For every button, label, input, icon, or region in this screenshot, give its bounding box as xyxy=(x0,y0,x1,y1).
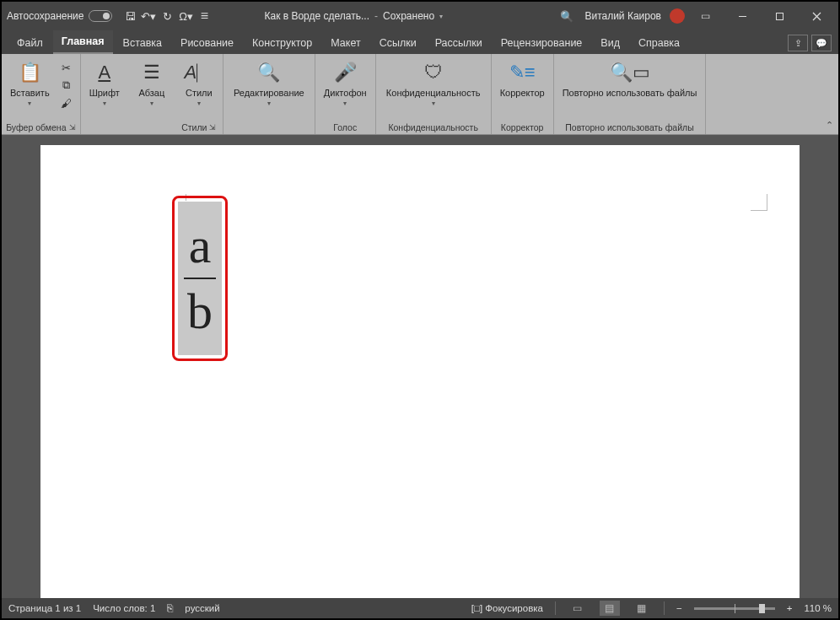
tab-home[interactable]: Главная xyxy=(53,30,113,54)
editor-button[interactable]: ✎≡ Корректор xyxy=(495,57,550,121)
avatar[interactable] xyxy=(670,8,685,24)
fraction-bar xyxy=(184,278,216,279)
zoom-slider[interactable] xyxy=(694,607,775,610)
fraction-denominator[interactable]: b xyxy=(187,286,213,337)
autosave-label: Автосохранение xyxy=(7,10,83,22)
mic-icon: 🎤 xyxy=(334,59,357,86)
group-editing: 🔍 Редактирование ▾ xyxy=(223,54,315,134)
minimize-button[interactable] xyxy=(725,4,759,28)
collapse-ribbon-icon[interactable]: ⌃ xyxy=(820,54,838,134)
search-icon[interactable]: 🔍 xyxy=(557,7,576,25)
tab-review[interactable]: Рецензирование xyxy=(493,32,591,54)
shield-icon: 🛡 xyxy=(424,59,443,86)
tab-references[interactable]: Ссылки xyxy=(371,32,425,54)
maximize-button[interactable] xyxy=(762,4,796,28)
find-icon: 🔍 xyxy=(257,59,280,86)
tab-view[interactable]: Вид xyxy=(592,32,628,54)
font-icon: A xyxy=(98,59,110,86)
editing-button[interactable]: 🔍 Редактирование ▾ xyxy=(227,57,311,121)
styles-button[interactable]: A⎸ Стили ▾ xyxy=(179,57,219,121)
copy-icon[interactable]: ⧉ xyxy=(58,77,75,94)
spellcheck-icon[interactable]: ⎘ xyxy=(167,603,173,613)
reuse-files-button[interactable]: 🔍▭ Повторно использовать файлы xyxy=(557,57,703,121)
read-mode-icon[interactable]: ▭ xyxy=(568,601,588,616)
close-button[interactable] xyxy=(800,4,833,28)
symbol-icon[interactable]: Ω▾ xyxy=(176,7,195,25)
web-layout-icon[interactable]: ▦ xyxy=(632,601,652,616)
statusbar: Страница 1 из 1 Число слов: 1 ⎘ русский … xyxy=(2,598,838,618)
zoom-in-button[interactable]: + xyxy=(787,603,793,613)
clipboard-icon: 📋 xyxy=(19,59,41,86)
zoom-out-button[interactable]: − xyxy=(676,603,682,613)
zoom-level[interactable]: 110 % xyxy=(804,603,832,613)
tab-design[interactable]: Конструктор xyxy=(244,32,320,54)
group-editor: ✎≡ Корректор Корректор xyxy=(492,54,554,134)
comments-button[interactable]: 💬 xyxy=(811,35,832,51)
user-name[interactable]: Виталий Каиров xyxy=(584,10,661,22)
saved-status[interactable]: Сохранено xyxy=(383,10,434,22)
group-styles: A⎸ Стили ▾ Стили⇲ xyxy=(175,54,223,134)
group-font: A Шрифт ▾ xyxy=(81,54,128,134)
format-painter-icon[interactable]: 🖌 xyxy=(58,94,75,111)
fraction-numerator[interactable]: a xyxy=(189,220,212,271)
dictate-button[interactable]: 🎤 Диктофон ▾ xyxy=(319,57,372,121)
group-reuse: 🔍▭ Повторно использовать файлы Повторно … xyxy=(554,54,707,134)
undo-icon[interactable]: ↶▾ xyxy=(139,7,158,25)
equation-highlight: a b xyxy=(172,196,228,361)
dialog-launcher-icon[interactable]: ⇲ xyxy=(209,123,216,132)
styles-icon: A⎸ xyxy=(185,59,214,86)
sensitivity-button[interactable]: 🛡 Конфиденциальность ▾ xyxy=(380,57,487,121)
language[interactable]: русский xyxy=(185,603,219,613)
page-number[interactable]: Страница 1 из 1 xyxy=(8,603,81,613)
group-paragraph: ☰ Абзац ▾ xyxy=(128,54,175,134)
group-clipboard: 📋 Вставить ▾ ✂ ⧉ 🖌 Буфер обмена⇲ xyxy=(2,54,81,134)
svg-rect-1 xyxy=(776,13,783,19)
word-count[interactable]: Число слов: 1 xyxy=(93,603,155,613)
print-layout-icon[interactable]: ▤ xyxy=(600,601,620,616)
margin-marker xyxy=(751,194,767,211)
tab-file[interactable]: Файл xyxy=(8,32,51,54)
tab-mailings[interactable]: Рассылки xyxy=(427,32,491,54)
reuse-icon: 🔍▭ xyxy=(610,59,650,86)
ribbon-display-icon[interactable]: ▭ xyxy=(688,4,722,28)
paste-button[interactable]: 📋 Вставить ▾ xyxy=(5,57,55,121)
titlebar: Автосохранение 🖫 ↶▾ ↻ Ω▾ ≡ Как в Ворде с… xyxy=(2,2,838,30)
dialog-launcher-icon[interactable]: ⇲ xyxy=(69,123,76,132)
paragraph-icon: ☰ xyxy=(143,59,160,86)
tab-draw[interactable]: Рисование xyxy=(172,32,242,54)
font-button[interactable]: A Шрифт ▾ xyxy=(84,57,125,121)
tab-help[interactable]: Справка xyxy=(630,32,688,54)
qat-more-icon[interactable]: ≡ xyxy=(195,7,213,25)
paragraph-button[interactable]: ☰ Абзац ▾ xyxy=(132,57,172,121)
focus-mode[interactable]: [□] Фокусировка xyxy=(471,603,543,613)
page[interactable]: a b xyxy=(40,145,800,598)
document-area[interactable]: a b xyxy=(2,135,838,598)
save-icon[interactable]: 🖫 xyxy=(121,7,139,25)
tab-insert[interactable]: Вставка xyxy=(115,32,170,54)
ribbon-tabs: Файл Главная Вставка Рисование Конструкт… xyxy=(2,30,838,54)
editor-icon: ✎≡ xyxy=(509,59,536,86)
doc-title: Как в Ворде сделать... xyxy=(264,10,369,22)
redo-icon[interactable]: ↻ xyxy=(158,7,176,25)
group-voice: 🎤 Диктофон ▾ Голос xyxy=(315,54,376,134)
fraction-equation[interactable]: a b xyxy=(178,202,222,355)
autosave-toggle[interactable] xyxy=(89,10,112,22)
ribbon: 📋 Вставить ▾ ✂ ⧉ 🖌 Буфер обмена⇲ A Шрифт… xyxy=(2,54,838,135)
share-button[interactable]: ⇪ xyxy=(788,35,808,51)
group-sensitivity: 🛡 Конфиденциальность ▾ Конфиденциальност… xyxy=(376,54,492,134)
tab-layout[interactable]: Макет xyxy=(322,32,369,54)
cut-icon[interactable]: ✂ xyxy=(58,59,75,76)
